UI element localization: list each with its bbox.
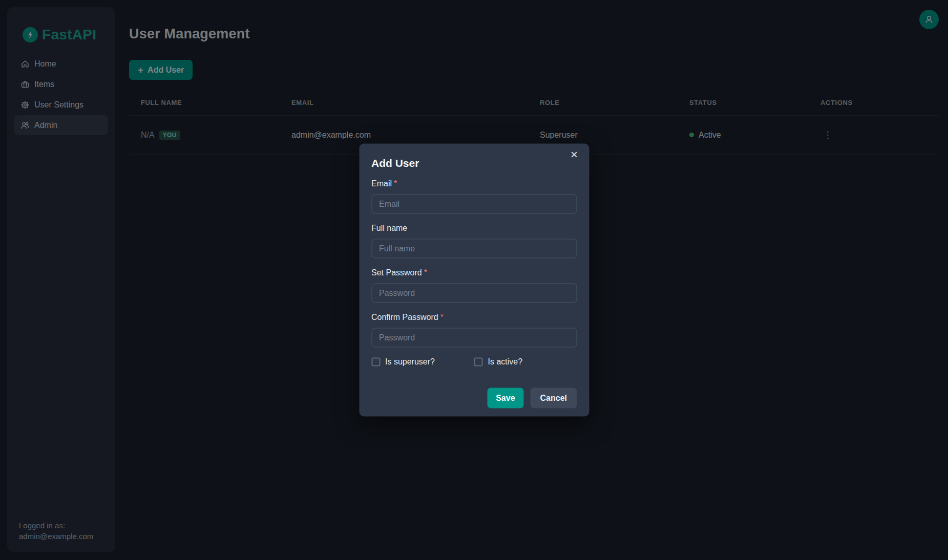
- save-button[interactable]: Save: [487, 388, 523, 408]
- confirm-password-field-group: Confirm Password*: [371, 313, 577, 348]
- add-user-modal: × Add User Email* Full name Set Password…: [359, 144, 589, 417]
- full-name-field[interactable]: [371, 239, 577, 259]
- required-asterisk: *: [440, 313, 444, 321]
- is-active-label: Is active?: [488, 357, 523, 367]
- email-field[interactable]: [371, 195, 577, 214]
- set-password-field[interactable]: [371, 284, 577, 303]
- confirm-password-field[interactable]: [371, 328, 577, 348]
- required-asterisk: *: [394, 179, 397, 188]
- email-field-group: Email*: [371, 179, 577, 214]
- email-label: Email*: [371, 179, 577, 188]
- checkbox-icon[interactable]: [371, 357, 380, 366]
- checkbox-row: Is superuser? Is active?: [371, 357, 577, 367]
- checkbox-icon[interactable]: [474, 357, 483, 366]
- is-superuser-label: Is superuser?: [385, 357, 435, 367]
- confirm-password-label: Confirm Password*: [371, 313, 577, 322]
- set-password-field-group: Set Password*: [371, 268, 577, 303]
- is-active-checkbox[interactable]: Is active?: [474, 357, 577, 367]
- cancel-button[interactable]: Cancel: [531, 388, 577, 408]
- modal-footer: Save Cancel: [371, 388, 577, 408]
- full-name-field-group: Full name: [371, 224, 577, 259]
- set-password-label: Set Password*: [371, 268, 577, 277]
- required-asterisk: *: [424, 268, 427, 277]
- close-icon[interactable]: ×: [566, 146, 582, 163]
- is-superuser-checkbox[interactable]: Is superuser?: [371, 357, 474, 367]
- modal-title: Add User: [371, 156, 577, 170]
- full-name-label: Full name: [371, 224, 577, 233]
